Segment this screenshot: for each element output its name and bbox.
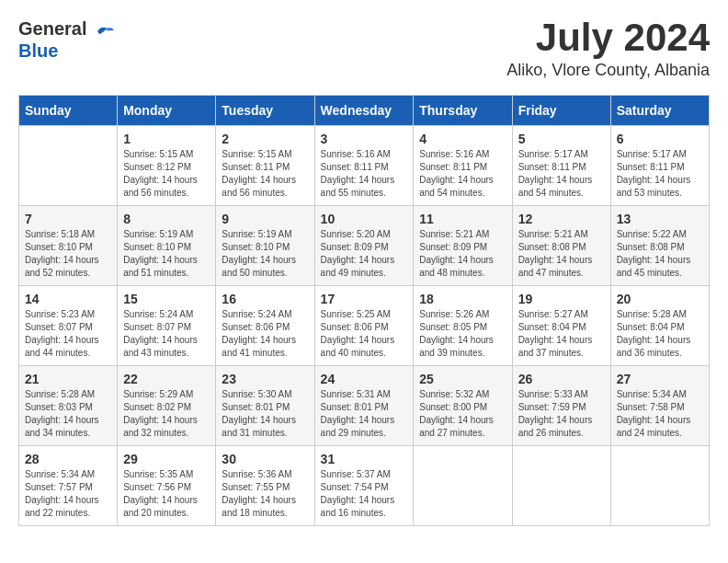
day-number: 18 bbox=[419, 292, 506, 306]
day-info: Sunrise: 5:30 AMSunset: 8:01 PMDaylight:… bbox=[222, 388, 308, 440]
calendar-cell: 25Sunrise: 5:32 AMSunset: 8:00 PMDayligh… bbox=[414, 366, 512, 446]
day-info: Sunrise: 5:23 AMSunset: 8:07 PMDaylight:… bbox=[25, 308, 111, 360]
day-info: Sunrise: 5:16 AMSunset: 8:11 PMDaylight:… bbox=[321, 148, 408, 200]
calendar-cell bbox=[414, 446, 512, 526]
calendar-header-sunday: Sunday bbox=[19, 96, 118, 126]
day-info: Sunrise: 5:34 AMSunset: 7:57 PMDaylight:… bbox=[25, 468, 111, 520]
calendar-cell: 6Sunrise: 5:17 AMSunset: 8:11 PMDaylight… bbox=[610, 126, 709, 206]
logo: General Blue bbox=[18, 18, 118, 62]
calendar-header-tuesday: Tuesday bbox=[216, 96, 314, 126]
day-number: 28 bbox=[25, 452, 111, 466]
day-info: Sunrise: 5:22 AMSunset: 8:08 PMDaylight:… bbox=[617, 228, 703, 280]
calendar-table: SundayMondayTuesdayWednesdayThursdayFrid… bbox=[18, 95, 710, 526]
calendar-cell: 11Sunrise: 5:21 AMSunset: 8:09 PMDayligh… bbox=[414, 206, 512, 286]
day-info: Sunrise: 5:28 AMSunset: 8:03 PMDaylight:… bbox=[25, 388, 111, 440]
calendar-cell: 13Sunrise: 5:22 AMSunset: 8:08 PMDayligh… bbox=[610, 206, 709, 286]
calendar-cell: 23Sunrise: 5:30 AMSunset: 8:01 PMDayligh… bbox=[216, 366, 314, 446]
day-number: 31 bbox=[321, 452, 408, 466]
calendar-cell: 20Sunrise: 5:28 AMSunset: 8:04 PMDayligh… bbox=[610, 286, 709, 366]
day-number: 6 bbox=[617, 132, 703, 146]
calendar-cell: 28Sunrise: 5:34 AMSunset: 7:57 PMDayligh… bbox=[19, 446, 118, 526]
day-info: Sunrise: 5:26 AMSunset: 8:05 PMDaylight:… bbox=[419, 308, 506, 360]
calendar-cell: 22Sunrise: 5:29 AMSunset: 8:02 PMDayligh… bbox=[118, 366, 216, 446]
logo-bird-icon bbox=[94, 22, 116, 40]
day-number: 22 bbox=[123, 372, 210, 386]
calendar-cell bbox=[610, 446, 709, 526]
day-info: Sunrise: 5:21 AMSunset: 8:08 PMDaylight:… bbox=[518, 228, 605, 280]
calendar-cell: 12Sunrise: 5:21 AMSunset: 8:08 PMDayligh… bbox=[512, 206, 610, 286]
day-number: 1 bbox=[123, 132, 210, 146]
day-info: Sunrise: 5:28 AMSunset: 8:04 PMDaylight:… bbox=[617, 308, 703, 360]
location-title: Aliko, Vlore County, Albania bbox=[506, 61, 710, 80]
day-info: Sunrise: 5:20 AMSunset: 8:09 PMDaylight:… bbox=[321, 228, 408, 280]
day-number: 2 bbox=[222, 132, 308, 146]
day-number: 8 bbox=[123, 212, 210, 226]
day-number: 14 bbox=[25, 292, 111, 306]
day-info: Sunrise: 5:33 AMSunset: 7:59 PMDaylight:… bbox=[518, 388, 605, 440]
day-info: Sunrise: 5:17 AMSunset: 8:11 PMDaylight:… bbox=[617, 148, 703, 200]
calendar-cell: 5Sunrise: 5:17 AMSunset: 8:11 PMDaylight… bbox=[512, 126, 610, 206]
calendar-cell: 24Sunrise: 5:31 AMSunset: 8:01 PMDayligh… bbox=[314, 366, 414, 446]
calendar-cell: 4Sunrise: 5:16 AMSunset: 8:11 PMDaylight… bbox=[414, 126, 512, 206]
page-header: General Blue July 2024 Aliko, Vlore Coun… bbox=[18, 18, 710, 80]
calendar-week-row-2: 14Sunrise: 5:23 AMSunset: 8:07 PMDayligh… bbox=[19, 286, 710, 366]
calendar-cell: 30Sunrise: 5:36 AMSunset: 7:55 PMDayligh… bbox=[216, 446, 314, 526]
day-number: 26 bbox=[518, 372, 605, 386]
day-number: 25 bbox=[419, 372, 506, 386]
day-info: Sunrise: 5:25 AMSunset: 8:06 PMDaylight:… bbox=[321, 308, 408, 360]
calendar-cell: 1Sunrise: 5:15 AMSunset: 8:12 PMDaylight… bbox=[118, 126, 216, 206]
day-info: Sunrise: 5:32 AMSunset: 8:00 PMDaylight:… bbox=[419, 388, 506, 440]
calendar-week-row-4: 28Sunrise: 5:34 AMSunset: 7:57 PMDayligh… bbox=[19, 446, 710, 526]
day-info: Sunrise: 5:21 AMSunset: 8:09 PMDaylight:… bbox=[419, 228, 506, 280]
calendar-cell: 7Sunrise: 5:18 AMSunset: 8:10 PMDaylight… bbox=[19, 206, 118, 286]
day-info: Sunrise: 5:19 AMSunset: 8:10 PMDaylight:… bbox=[123, 228, 210, 280]
logo-text: General Blue bbox=[18, 18, 118, 62]
day-number: 10 bbox=[321, 212, 408, 226]
day-info: Sunrise: 5:15 AMSunset: 8:12 PMDaylight:… bbox=[123, 148, 210, 200]
calendar-week-row-3: 21Sunrise: 5:28 AMSunset: 8:03 PMDayligh… bbox=[19, 366, 710, 446]
calendar-cell: 19Sunrise: 5:27 AMSunset: 8:04 PMDayligh… bbox=[512, 286, 610, 366]
month-title: July 2024 bbox=[506, 18, 710, 57]
day-number: 17 bbox=[321, 292, 408, 306]
day-info: Sunrise: 5:18 AMSunset: 8:10 PMDaylight:… bbox=[25, 228, 111, 280]
logo-general: General bbox=[18, 18, 92, 39]
calendar-cell: 8Sunrise: 5:19 AMSunset: 8:10 PMDaylight… bbox=[118, 206, 216, 286]
calendar-cell: 31Sunrise: 5:37 AMSunset: 7:54 PMDayligh… bbox=[314, 446, 414, 526]
calendar-header-friday: Friday bbox=[512, 96, 610, 126]
calendar-cell: 17Sunrise: 5:25 AMSunset: 8:06 PMDayligh… bbox=[314, 286, 414, 366]
day-info: Sunrise: 5:36 AMSunset: 7:55 PMDaylight:… bbox=[222, 468, 308, 520]
day-info: Sunrise: 5:16 AMSunset: 8:11 PMDaylight:… bbox=[419, 148, 506, 200]
calendar-header-row: SundayMondayTuesdayWednesdayThursdayFrid… bbox=[19, 96, 710, 126]
calendar-header-thursday: Thursday bbox=[414, 96, 512, 126]
day-number: 23 bbox=[222, 372, 308, 386]
day-number: 30 bbox=[222, 452, 308, 466]
calendar-cell: 16Sunrise: 5:24 AMSunset: 8:06 PMDayligh… bbox=[216, 286, 314, 366]
calendar-cell: 3Sunrise: 5:16 AMSunset: 8:11 PMDaylight… bbox=[314, 126, 414, 206]
day-number: 7 bbox=[25, 212, 111, 226]
day-info: Sunrise: 5:27 AMSunset: 8:04 PMDaylight:… bbox=[518, 308, 605, 360]
calendar-header-monday: Monday bbox=[118, 96, 216, 126]
day-number: 12 bbox=[518, 212, 605, 226]
day-number: 13 bbox=[617, 212, 703, 226]
day-number: 21 bbox=[25, 372, 111, 386]
calendar-cell: 2Sunrise: 5:15 AMSunset: 8:11 PMDaylight… bbox=[216, 126, 314, 206]
day-info: Sunrise: 5:24 AMSunset: 8:07 PMDaylight:… bbox=[123, 308, 210, 360]
calendar-header-saturday: Saturday bbox=[610, 96, 709, 126]
day-info: Sunrise: 5:29 AMSunset: 8:02 PMDaylight:… bbox=[123, 388, 210, 440]
logo-blue: Blue bbox=[18, 40, 58, 61]
calendar-cell: 10Sunrise: 5:20 AMSunset: 8:09 PMDayligh… bbox=[314, 206, 414, 286]
day-number: 11 bbox=[419, 212, 506, 226]
calendar-cell: 15Sunrise: 5:24 AMSunset: 8:07 PMDayligh… bbox=[118, 286, 216, 366]
calendar-cell: 27Sunrise: 5:34 AMSunset: 7:58 PMDayligh… bbox=[610, 366, 709, 446]
calendar-cell: 9Sunrise: 5:19 AMSunset: 8:10 PMDaylight… bbox=[216, 206, 314, 286]
day-number: 29 bbox=[123, 452, 210, 466]
day-info: Sunrise: 5:31 AMSunset: 8:01 PMDaylight:… bbox=[321, 388, 408, 440]
day-info: Sunrise: 5:17 AMSunset: 8:11 PMDaylight:… bbox=[518, 148, 605, 200]
day-number: 5 bbox=[518, 132, 605, 146]
day-number: 24 bbox=[321, 372, 408, 386]
day-info: Sunrise: 5:15 AMSunset: 8:11 PMDaylight:… bbox=[222, 148, 308, 200]
calendar-cell: 29Sunrise: 5:35 AMSunset: 7:56 PMDayligh… bbox=[118, 446, 216, 526]
day-number: 16 bbox=[222, 292, 308, 306]
calendar-cell: 14Sunrise: 5:23 AMSunset: 8:07 PMDayligh… bbox=[19, 286, 118, 366]
calendar-cell bbox=[19, 126, 118, 206]
